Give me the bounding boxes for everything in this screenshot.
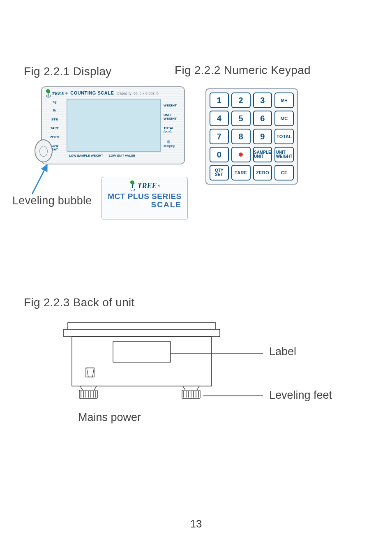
key-zero[interactable]: ZERO (253, 165, 272, 180)
numeric-keypad: 1 2 3 M+ 4 5 6 MC 7 8 9 TOTAL 0 SAMPLE U… (205, 88, 298, 185)
key-decimal[interactable] (231, 147, 251, 162)
indicator-unit-weight: UNIT WEIGHT (164, 113, 181, 120)
indicator-lb: lb (45, 109, 64, 112)
key-8[interactable]: 8 (231, 129, 251, 144)
indicator-total-pcs: TOTAL (pcs) (164, 127, 181, 134)
scale-display-panel: TREE® COUNTING SCALE Capacity: 66 lb x 0… (41, 86, 185, 164)
registered-mark: ® (65, 92, 68, 95)
callout-line-label-icon (171, 353, 263, 354)
page-number: 13 (0, 518, 392, 530)
display-footer: LOW SAMPLE WEIGHT LOW UNIT VALUE (45, 154, 181, 157)
indicator-tare: TARE (45, 127, 64, 130)
svg-rect-1 (68, 323, 216, 329)
badge-line-1: MCT PLUS SERIES (108, 192, 182, 201)
decimal-dot-icon (239, 153, 243, 157)
key-1[interactable]: 1 (210, 92, 229, 108)
key-4[interactable]: 4 (210, 111, 229, 126)
display-body: kg lb STB TARE ZERO LOW BAT WEIGHT UNIT … (45, 99, 181, 152)
display-header: TREE® COUNTING SCALE Capacity: 66 lb x 0… (45, 90, 181, 97)
key-6[interactable]: 6 (253, 111, 272, 126)
indicator-kg: kg (45, 100, 64, 104)
key-7[interactable]: 7 (210, 129, 229, 144)
lcd-screen (67, 99, 161, 152)
indicator-stb: STB (45, 118, 64, 121)
svg-rect-2 (64, 329, 220, 337)
key-tare[interactable]: TARE (231, 165, 251, 180)
badge-line-2: SCALE (108, 200, 182, 209)
svg-line-0 (32, 165, 47, 194)
display-capacity: Capacity: 66 lb x 0.002 lb (117, 91, 159, 95)
fig-223-caption: Fig 2.2.3 Back of unit (24, 296, 135, 309)
key-qty-set[interactable]: QTY SET (210, 165, 229, 180)
document-page: Fig 2.2.1 Display Fig 2.2.2 Numeric Keyp… (0, 0, 392, 555)
callout-line-feet-icon (203, 395, 263, 396)
tree-logo-icon: TREE® (45, 90, 68, 97)
key-9[interactable]: 9 (253, 129, 272, 144)
brand-text: TREE (138, 182, 157, 190)
tree-logo-icon: TREE® (108, 181, 182, 190)
key-unit-weight[interactable]: UNIT WEIGHT (274, 147, 294, 162)
display-title: COUNTING SCALE (70, 90, 114, 96)
key-0[interactable]: 0 (210, 147, 229, 162)
callout-mains-power: Mains power (78, 411, 141, 424)
leveling-bubble-pointer-icon (32, 164, 57, 197)
key-total[interactable]: TOTAL (274, 129, 294, 144)
brand-text: TREE (52, 91, 65, 96)
back-of-unit-diagram (60, 319, 224, 413)
fig-222-caption: Fig 2.2.2 Numeric Keypad (175, 64, 311, 77)
fig-221-caption: Fig 2.2.1 Display (24, 65, 112, 78)
brand-badge: TREE® MCT PLUS SERIES SCALE (101, 177, 188, 220)
footer-low-unit-value: LOW UNIT VALUE (109, 154, 135, 157)
svg-rect-4 (113, 342, 171, 362)
key-2[interactable]: 2 (231, 92, 251, 108)
key-5[interactable]: 5 (231, 111, 251, 126)
charging-led-icon: charging (164, 139, 181, 147)
registered-mark: ® (158, 184, 160, 188)
leveling-bubble-icon (35, 139, 53, 162)
key-sample-unit[interactable]: SAMPLE UNIT (253, 147, 272, 162)
right-indicator-column: WEIGHT UNIT WEIGHT TOTAL (pcs) charging (164, 99, 181, 152)
footer-low-sample-weight: LOW SAMPLE WEIGHT (69, 154, 103, 157)
key-m-plus[interactable]: M+ (274, 92, 294, 108)
charging-label: charging (164, 144, 181, 147)
key-mc[interactable]: MC (274, 111, 294, 126)
leveling-bubble-label: Leveling bubble (12, 194, 92, 207)
callout-label: Label (269, 345, 296, 358)
key-3[interactable]: 3 (253, 92, 272, 108)
key-ce[interactable]: CE (274, 165, 294, 180)
indicator-zero: ZERO (45, 136, 64, 139)
indicator-weight: WEIGHT (164, 104, 181, 107)
callout-leveling-feet: Leveling feet (269, 389, 332, 402)
